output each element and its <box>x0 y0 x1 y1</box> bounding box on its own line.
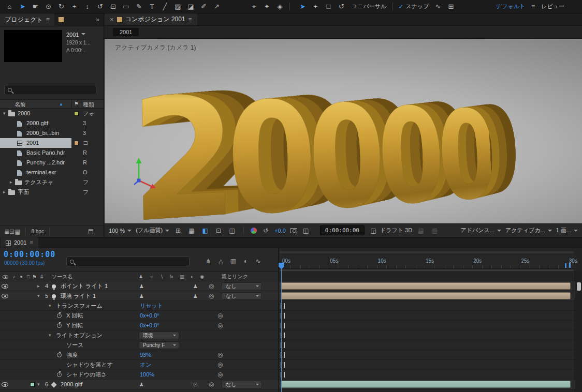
collapse-switch-icon[interactable]: ☼ <box>150 272 154 282</box>
twirl-icon[interactable]: ▾ <box>37 380 40 389</box>
breadcrumb[interactable]: 2001 <box>113 28 139 36</box>
orbit-camera-tool[interactable]: ↻ <box>55 2 68 12</box>
label-column-icon[interactable]: ⚑ <box>74 101 79 107</box>
project-item[interactable]: Punchy ...2.hdrR <box>0 158 104 168</box>
workspace-menu-icon[interactable]: ≡ <box>531 3 535 10</box>
stopwatch-icon[interactable] <box>57 311 62 321</box>
current-time-display[interactable]: 0:00:00:00 <box>4 250 55 259</box>
eye-icon[interactable] <box>2 281 9 291</box>
pan-behind-tool[interactable]: ⊡ <box>107 2 120 12</box>
pickwhip-icon[interactable]: ◎ <box>217 370 223 380</box>
graph-editor-icon[interactable]: ∿ <box>254 257 263 266</box>
layer-switch-icon[interactable]: ♟ <box>193 291 198 301</box>
label-color-chip[interactable] <box>74 111 79 116</box>
audio-icon[interactable]: ♪ <box>12 274 16 279</box>
workspace-default[interactable]: デフォルト <box>496 3 525 10</box>
tab-timeline[interactable]: 2001 ≡ <box>1 237 38 248</box>
grid-options-icon[interactable]: ⊞ <box>444 2 457 12</box>
channel-icon[interactable] <box>251 228 257 234</box>
view-dropdown[interactable]: アクティブカ... <box>505 227 552 234</box>
layer-duration-bar[interactable] <box>281 282 571 290</box>
layer-name[interactable]: 2000.gltf <box>61 380 82 389</box>
timeline-row[interactable]: ▸4ポイント ライト 1♟♟◎なし <box>0 281 278 291</box>
scale-gizmo-icon[interactable]: □ <box>322 2 335 12</box>
close-icon[interactable]: × <box>110 16 114 23</box>
fast-previews-icon[interactable]: ▤ <box>416 227 426 234</box>
selection-tool[interactable]: ➤ <box>16 2 29 12</box>
parent-pickwhip-icon[interactable]: ◎ <box>209 380 214 389</box>
project-item[interactable]: ▸テクスチャフ <box>0 177 104 187</box>
pickwhip-icon[interactable]: ◎ <box>217 311 223 321</box>
twirl-icon[interactable]: ▸ <box>10 177 12 187</box>
project-item[interactable]: 2000_bi...bin3 <box>0 128 104 138</box>
quality-switch-icon[interactable]: ∖ <box>160 272 163 282</box>
property-label[interactable]: シャドウを落とす <box>66 360 113 370</box>
eye-icon[interactable] <box>2 275 9 279</box>
parent-dropdown[interactable]: なし <box>222 292 262 300</box>
twirl-icon[interactable]: ▸ <box>37 281 40 291</box>
new-folder-icon[interactable]: ⊞ <box>9 228 14 235</box>
roto-brush-tool[interactable]: ✐ <box>197 2 210 12</box>
label-color-chip[interactable] <box>74 141 79 145</box>
track-row[interactable] <box>279 321 575 330</box>
snap-options-icon[interactable]: ∿ <box>431 2 444 12</box>
home-icon[interactable]: ⌂ <box>3 2 16 12</box>
view-layout-dropdown[interactable]: 1 画... <box>556 227 578 234</box>
rotation-tool[interactable]: ↺ <box>94 2 107 12</box>
layer-duration-bar[interactable] <box>281 381 571 388</box>
timeline-row[interactable]: ソースPunchy F <box>0 340 278 350</box>
sort-ascending-icon[interactable]: ▲ <box>59 102 63 107</box>
property-label[interactable]: 強度 <box>66 350 78 360</box>
property-label[interactable]: ソース <box>66 340 84 350</box>
footage-name[interactable]: 2001 <box>66 31 91 39</box>
layer-switch-icon[interactable]: ♟ <box>139 281 144 291</box>
layer-duration-bar[interactable] <box>281 292 571 299</box>
eye-icon[interactable] <box>2 291 9 301</box>
horizontal-scrollbar[interactable] <box>280 251 574 253</box>
timeline-row[interactable]: ▾ライトオプション環境 <box>0 330 278 340</box>
name-column-header[interactable]: 名前 <box>14 101 26 109</box>
preview-time[interactable]: 0:00:00:00 <box>320 225 365 235</box>
layer-name[interactable]: ポイント ライト 1 <box>61 281 108 291</box>
ground-plane-icon[interactable]: ▥ <box>430 227 439 234</box>
hand-tool[interactable]: ☛ <box>29 2 42 12</box>
column-divider[interactable] <box>81 100 81 108</box>
3d-text-layer[interactable]: 20000 <box>128 66 493 223</box>
parent-pickwhip-icon[interactable]: ◎ <box>209 291 214 301</box>
transparency-grid-icon[interactable]: ▦ <box>187 227 196 234</box>
twirl-icon[interactable]: ▾ <box>37 291 40 301</box>
rotate-gizmo-icon[interactable]: ↺ <box>335 2 348 12</box>
playhead-line[interactable] <box>281 269 282 392</box>
axis-gizmo[interactable] <box>127 157 164 195</box>
pan-camera-tool[interactable]: + <box>68 2 81 12</box>
timeline-search[interactable] <box>66 257 190 266</box>
position-gizmo-icon[interactable]: + <box>309 2 322 12</box>
project-item[interactable]: terminal.exrO <box>0 168 104 177</box>
new-composition-icon[interactable]: ▦ <box>14 228 20 235</box>
panel-expand-icon[interactable]: » <box>96 16 104 23</box>
dolly-camera-tool[interactable]: ↕ <box>81 2 94 12</box>
timeline-search-input[interactable] <box>77 259 186 265</box>
timeline-track-area[interactable]: 00s05s10s15s20s25s30s <box>278 248 582 392</box>
number-column-icon[interactable]: # <box>40 274 43 280</box>
brush-tool[interactable]: ╱ <box>158 2 171 12</box>
snapshot-icon[interactable] <box>290 228 297 233</box>
timeline-row[interactable]: シャドウを落とすオン◎ <box>0 360 278 370</box>
interpret-footage-icon[interactable]: ≣ <box>4 228 9 235</box>
option-dropdown[interactable]: 環境 <box>139 331 179 339</box>
parent-dropdown[interactable]: なし <box>222 282 262 290</box>
reset-link[interactable]: リセット <box>140 301 163 311</box>
mask-visibility-icon[interactable]: ◧ <box>200 227 210 234</box>
label-column-icon[interactable]: ⚑ <box>32 274 37 280</box>
frame-blend-switch-icon[interactable]: ▥ <box>180 272 184 282</box>
renderer-dropdown[interactable]: アドバンス... <box>460 227 501 234</box>
property-value[interactable]: 0x+0.0° <box>140 311 159 321</box>
eraser-tool[interactable]: ◪ <box>184 2 197 12</box>
track-row[interactable] <box>279 291 575 301</box>
panel-menu-icon[interactable]: ≡ <box>188 16 192 23</box>
timeline-row[interactable]: シャドウの暗さ100%◎ <box>0 370 278 380</box>
snap-toggle[interactable]: ✓スナップ <box>398 3 429 10</box>
parent-dropdown[interactable]: なし <box>222 381 262 388</box>
clone-stamp-tool[interactable]: ▨ <box>171 2 184 12</box>
timeline-row[interactable]: Y 回転0x+0.0°◎ <box>0 321 278 330</box>
